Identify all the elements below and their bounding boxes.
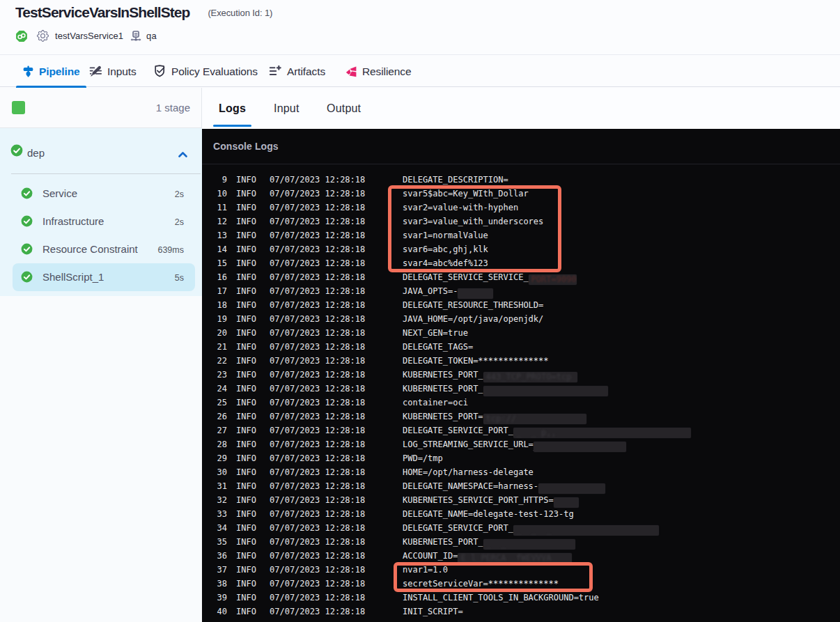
step-row-resource-constraint[interactable]: Resource Constraint639ms	[0, 235, 202, 263]
tab-pipeline[interactable]: Pipeline	[16, 56, 86, 87]
log-line-number: 18	[202, 300, 227, 310]
log-level: INFO	[236, 440, 256, 449]
log-timestamp: 07/07/2023 12:28:18	[270, 509, 365, 519]
stage-status-square[interactable]	[12, 101, 25, 114]
log-timestamp: 07/07/2023 12:28:18	[270, 537, 365, 547]
log-line: 26INFO07/07/2023 12:28:18KUBERNETES_PORT…	[202, 410, 840, 423]
log-line: 27INFO07/07/2023 12:28:18DELEGATE_SERVIC…	[202, 423, 840, 437]
log-level: INFO	[236, 356, 256, 366]
console: Console Logs 9INFO07/07/2023 12:28:18DEL…	[202, 129, 840, 622]
log-line-number: 37	[202, 565, 227, 575]
log-tab-input[interactable]: Input	[268, 88, 305, 129]
tab-resilience[interactable]: Resilience	[339, 56, 418, 87]
success-check-icon	[21, 271, 33, 286]
log-line-number: 22	[202, 356, 227, 366]
log-timestamp: 07/07/2023 12:28:18	[270, 440, 365, 449]
log-line-number: 36	[202, 551, 227, 561]
redacted-hint: PORT=9090	[531, 274, 577, 284]
log-message: LOG_STREAMING_SERVICE_URL=https://	[403, 440, 534, 449]
service-name[interactable]: testVarsService1	[55, 31, 123, 41]
log-timestamp: 07/07/2023 12:28:18	[270, 579, 365, 589]
log-level: INFO	[236, 467, 256, 477]
step-row-service[interactable]: Service2s	[0, 180, 202, 208]
log-line: 32INFO07/07/2023 12:28:18KUBERNETES_SERV…	[202, 493, 840, 507]
page-header: TestServiceVarsInShellStep (Execution Id…	[0, 0, 840, 55]
log-line: 29INFO07/07/2023 12:28:18PWD=/tmp	[202, 451, 840, 465]
log-line: 33INFO07/07/2023 12:28:18DELEGATE_NAME=d…	[202, 507, 840, 521]
step-row-shellscript_1[interactable]: ShellScript_15s	[0, 263, 202, 291]
log-level: INFO	[236, 175, 256, 185]
log-tab-logs[interactable]: Logs	[213, 88, 251, 129]
redacted-text	[458, 288, 493, 299]
stage-group-row[interactable]: dep	[0, 138, 202, 164]
log-line-number: 24	[202, 384, 227, 394]
redacted-text: _ _	[483, 539, 575, 550]
log-message: JAVA_OPTS=-	[403, 286, 458, 296]
policy-evaluations-icon	[153, 65, 166, 78]
log-level: INFO	[236, 328, 256, 338]
log-message: JAVA_HOME=/opt/java/openjdk/	[403, 314, 543, 324]
tab-inputs[interactable]: Inputs	[83, 56, 143, 87]
module-tabbar: Pipeline Inputs Policy Evaluations Artif…	[0, 56, 840, 87]
log-message: DELEGATE_RESOURCE_THRESHOLD=	[403, 300, 543, 310]
chevron-up-icon[interactable]	[178, 148, 187, 161]
resilience-icon	[345, 65, 357, 78]
environment-name[interactable]: qa	[146, 31, 157, 41]
log-message: KUBERNETES_SERVICE_PORT_HTTPS=	[403, 495, 554, 505]
log-line: 31INFO07/07/2023 12:28:18DELEGATE_NAMESP…	[202, 479, 840, 493]
log-timestamp: 07/07/2023 12:28:18	[270, 551, 365, 561]
log-timestamp: 07/07/2023 12:28:18	[270, 272, 365, 282]
log-message: DELEGATE_SERVICE_PORT__ _ p,,	[403, 426, 513, 435]
stage-count-label: 1 stage	[156, 88, 190, 128]
step-row-infrastructure[interactable]: Infrastructure2s	[0, 208, 202, 235]
log-message: DELEGATE_TAGS=	[403, 342, 473, 352]
log-line: 34INFO07/07/2023 12:28:18DELEGATE_SERVIC…	[202, 521, 840, 535]
log-timestamp: 07/07/2023 12:28:18	[270, 244, 365, 254]
log-tab-output[interactable]: Output	[321, 88, 366, 129]
tab-artifacts[interactable]: Artifacts	[263, 56, 332, 87]
log-level: INFO	[236, 607, 256, 616]
log-level: INFO	[236, 342, 256, 352]
log-timestamp: 07/07/2023 12:28:18	[270, 593, 365, 602]
log-timestamp: 07/07/2023 12:28:18	[270, 356, 365, 366]
tab-label: Pipeline	[39, 65, 80, 78]
step-name: ShellScript_1	[42, 271, 104, 283]
stage-group-card: dep Service2s Infrastructure2s Resource …	[0, 128, 202, 296]
log-panel: LogsInputOutput Console Logs 9INFO07/07/…	[202, 88, 840, 622]
log-timestamp: 07/07/2023 12:28:18	[270, 231, 365, 240]
log-level: INFO	[236, 272, 256, 282]
log-level: INFO	[236, 551, 256, 561]
log-message: DELEGATE_SERVICE_SERVICE_PORT=9090	[403, 272, 529, 282]
log-level: INFO	[236, 314, 256, 324]
log-line: 25INFO07/07/2023 12:28:18container=oci	[202, 396, 840, 410]
log-line: 38INFO07/07/2023 12:28:18secretServiceVa…	[202, 577, 840, 591]
log-line-number: 10	[202, 189, 227, 199]
gear-icon[interactable]	[37, 30, 49, 42]
log-line-number: 20	[202, 328, 227, 338]
log-line: 9INFO07/07/2023 12:28:18DELEGATE_DESCRIP…	[202, 173, 840, 187]
log-level: INFO	[236, 258, 256, 268]
log-timestamp: 07/07/2023 12:28:18	[270, 398, 365, 407]
tab-policy-evaluations[interactable]: Policy Evaluations	[147, 56, 264, 87]
tab-label: Artifacts	[287, 65, 325, 78]
log-line: 28INFO07/07/2023 12:28:18LOG_STREAMING_S…	[202, 437, 840, 451]
log-line-number: 33	[202, 509, 227, 519]
log-timestamp: 07/07/2023 12:28:18	[270, 217, 365, 226]
log-message: DELEGATE_SERVICE_PORT__ _ _	[403, 523, 513, 533]
log-line: 10INFO07/07/2023 12:28:18svar5$abc=Key_W…	[202, 187, 840, 201]
log-message: INSTALL_CLIENT_TOOLS_IN_BACKGROUND=true	[403, 593, 599, 602]
log-line-number: 23	[202, 370, 227, 380]
log-line-number: 28	[202, 440, 227, 449]
log-line-number: 9	[202, 175, 227, 185]
log-line-number: 19	[202, 314, 227, 324]
log-message: svar6=abc,ghj,klk	[403, 244, 488, 254]
redacted-text: tcp://	[483, 414, 586, 424]
log-line: 13INFO07/07/2023 12:28:18svar1=normalVal…	[202, 228, 840, 242]
execution-sidebar: 1 stage dep Service2s Infrastructure2s R…	[0, 88, 202, 622]
log-level: INFO	[236, 495, 256, 505]
log-line: 30INFO07/07/2023 12:28:18HOME=/opt/harne…	[202, 465, 840, 479]
log-message: DELEGATE_NAMESPACE=harness-	[403, 481, 538, 491]
log-message: PWD=/tmp	[403, 453, 443, 463]
tab-label: Resilience	[362, 65, 412, 78]
log-line: 19INFO07/07/2023 12:28:18JAVA_HOME=/opt/…	[202, 312, 840, 326]
